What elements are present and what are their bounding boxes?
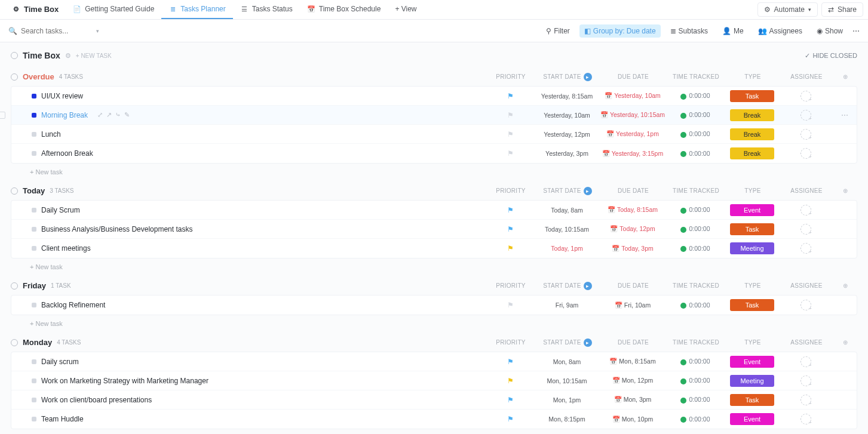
col-priority[interactable]: PRIORITY	[487, 73, 535, 80]
subtask-icon[interactable]: ⤷	[115, 111, 121, 119]
due-date[interactable]: 📅Mon, 3pm	[600, 396, 665, 404]
col-assignee[interactable]: ASSIGNEE	[780, 339, 833, 346]
start-date[interactable]: Mon, 8am	[534, 358, 600, 365]
new-task-button[interactable]: + New task	[0, 429, 868, 434]
subtasks-button[interactable]: ≣ Subtasks	[665, 24, 713, 38]
share-button[interactable]: ⇄ Share	[821, 2, 863, 17]
status-icon[interactable]	[32, 246, 36, 251]
time-tracked[interactable]: 0:00:00	[665, 245, 725, 252]
play-icon[interactable]	[680, 151, 686, 157]
automate-button[interactable]: ⚙ Automate ▾	[757, 2, 818, 17]
task-row[interactable]: Backlog Refinement ⚑ Fri, 9am 📅Fri, 10am…	[11, 296, 857, 315]
priority-flag-icon[interactable]: ⚑	[507, 130, 514, 138]
col-due-date[interactable]: DUE DATE	[600, 339, 666, 346]
col-assignee[interactable]: ASSIGNEE	[780, 282, 833, 289]
task-row[interactable]: Lunch ⚑ Yesterday, 12pm 📅Yesterday, 1pm …	[11, 125, 857, 144]
start-date[interactable]: Yesterday, 12pm	[534, 131, 600, 138]
new-task-button[interactable]: + NEW TASK	[76, 53, 112, 59]
type-badge[interactable]: Meeting	[730, 375, 774, 387]
type-badge[interactable]: Event	[730, 413, 774, 425]
play-icon[interactable]	[680, 227, 686, 233]
list-settings-icon[interactable]: ⚙	[65, 52, 71, 60]
priority-flag-icon[interactable]: ⚑	[507, 149, 514, 158]
status-icon[interactable]	[32, 132, 36, 137]
assignee-add-icon[interactable]	[800, 375, 811, 386]
priority-flag-icon[interactable]: ⚑	[507, 206, 514, 214]
time-tracked[interactable]: 0:00:00	[665, 301, 725, 309]
time-tracked[interactable]: 0:00:00	[665, 130, 725, 137]
col-type[interactable]: TYPE	[726, 187, 780, 194]
search-box[interactable]: 🔍 ▾	[8, 27, 99, 35]
time-tracked[interactable]: 0:00:00	[665, 358, 725, 365]
col-start-date[interactable]: START DATE▸	[535, 282, 600, 290]
play-icon[interactable]	[680, 417, 686, 423]
status-icon[interactable]	[32, 227, 36, 232]
due-date[interactable]: 📅Yesterday, 10:15am	[600, 111, 665, 119]
col-time-tracked[interactable]: TIME TRACKED	[666, 339, 726, 346]
view-tab[interactable]: ☰Tasks Status	[233, 0, 300, 19]
task-row[interactable]: Team Huddle ⚑ Mon, 8:15pm 📅Mon, 10pm 0:0…	[11, 410, 857, 429]
expand-icon[interactable]: ⤢	[97, 111, 103, 119]
collapse-all-icon[interactable]	[11, 52, 18, 59]
play-icon[interactable]	[680, 94, 686, 100]
assignee-add-icon[interactable]	[800, 205, 811, 216]
col-due-date[interactable]: DUE DATE	[600, 187, 666, 194]
status-icon[interactable]	[32, 417, 36, 421]
due-date[interactable]: 📅Yesterday, 1pm	[600, 130, 665, 138]
task-row[interactable]: Daily Scrum ⚑ Today, 8am 📅Today, 8:15am …	[11, 201, 857, 220]
task-name[interactable]: Daily Scrum	[41, 206, 80, 214]
start-date[interactable]: Yesterday, 3pm	[534, 150, 600, 157]
assignee-add-icon[interactable]	[800, 224, 811, 235]
due-date[interactable]: 📅Today, 8:15am	[600, 206, 665, 214]
assignee-add-icon[interactable]	[800, 414, 811, 424]
more-icon[interactable]: ⋯	[852, 27, 860, 35]
start-date[interactable]: Today, 8am	[534, 207, 600, 214]
type-badge[interactable]: Break	[730, 109, 774, 121]
col-start-date[interactable]: START DATE▸	[535, 187, 600, 195]
task-row[interactable]: Work on client/board presentations ⚑ Mon…	[11, 390, 857, 410]
new-task-button[interactable]: + New task	[0, 164, 868, 178]
group-title[interactable]: Overdue	[23, 72, 54, 81]
list-title[interactable]: Time Box	[23, 51, 60, 60]
assignee-add-icon[interactable]	[800, 129, 811, 140]
task-name[interactable]: Client meetings	[41, 244, 91, 253]
type-badge[interactable]: Task	[730, 90, 774, 102]
priority-flag-icon[interactable]: ⚑	[507, 301, 514, 309]
due-date[interactable]: 📅Mon, 10pm	[600, 415, 665, 423]
col-assignee[interactable]: ASSIGNEE	[780, 73, 833, 80]
group-by-button[interactable]: ◧ Group by: Due date	[579, 24, 661, 38]
link-icon[interactable]: ↗	[106, 111, 112, 119]
assignee-add-icon[interactable]	[800, 300, 811, 310]
col-due-date[interactable]: DUE DATE	[600, 282, 666, 289]
priority-flag-icon[interactable]: ⚑	[507, 415, 514, 423]
due-date[interactable]: 📅Today, 3pm	[600, 245, 665, 253]
status-icon[interactable]	[32, 94, 36, 99]
start-date[interactable]: Mon, 1pm	[534, 396, 600, 404]
task-row[interactable]: Work on Marketing Strategy with Marketin…	[11, 371, 857, 390]
col-priority[interactable]: PRIORITY	[487, 282, 535, 289]
view-tab[interactable]: 📅Time Box Schedule	[300, 0, 388, 19]
task-name[interactable]: Backlog Refinement	[41, 301, 105, 309]
col-time-tracked[interactable]: TIME TRACKED	[666, 187, 726, 194]
priority-flag-icon[interactable]: ⚑	[507, 92, 514, 100]
hide-closed-button[interactable]: ✓ HIDE CLOSED	[805, 52, 857, 60]
col-start-date[interactable]: START DATE▸	[535, 338, 600, 347]
task-name[interactable]: Work on client/board presentations	[41, 396, 152, 404]
task-row[interactable]: Afternoon Break ⚑ Yesterday, 3pm 📅Yester…	[11, 144, 857, 163]
add-column-icon[interactable]: ⊕	[833, 187, 857, 194]
row-checkbox[interactable]	[0, 112, 5, 119]
assignee-add-icon[interactable]	[800, 110, 811, 121]
edit-icon[interactable]: ✎	[124, 111, 130, 119]
task-row[interactable]: Business Analysis/Business Development t…	[11, 220, 857, 239]
time-tracked[interactable]: 0:00:00	[665, 111, 725, 118]
add-column-icon[interactable]: ⊕	[833, 282, 857, 289]
due-date[interactable]: 📅Today, 12pm	[600, 225, 665, 233]
start-date[interactable]: Yesterday, 8:15am	[534, 93, 600, 100]
type-badge[interactable]: Break	[730, 128, 774, 140]
col-time-tracked[interactable]: TIME TRACKED	[666, 282, 726, 289]
search-input[interactable]	[21, 27, 93, 35]
new-task-button[interactable]: + New task	[0, 315, 868, 330]
type-badge[interactable]: Task	[730, 223, 774, 235]
new-task-button[interactable]: + New task	[0, 258, 868, 273]
status-icon[interactable]	[32, 359, 36, 364]
